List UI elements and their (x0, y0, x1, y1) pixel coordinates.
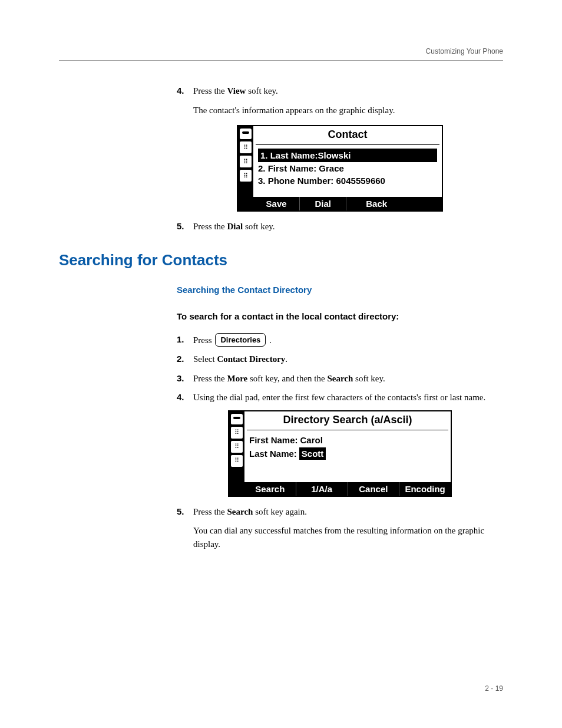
grid-icon: ⠿ (240, 170, 252, 182)
step-a5: 5. Press the Dial soft key. (177, 220, 503, 233)
phone-screen-title: Directory Search (a/Ascii) (247, 411, 448, 430)
body-content: 4. Press the View soft key. The contact'… (177, 84, 503, 233)
grid-icon: ⠿ (231, 441, 243, 453)
step-number: 4. (177, 391, 193, 404)
handset-icon (231, 414, 243, 424)
text: Press the (193, 374, 227, 383)
text: Press (193, 335, 214, 345)
text: . (285, 354, 287, 364)
section-heading: Searching for Contacts (59, 251, 503, 269)
softkey-name: Search (327, 374, 353, 383)
phone-sidebar: ⠿ ⠿ ⠿ (238, 126, 253, 210)
phone-screen-content: 1. Last Name:Slowski 2. First Name: Grac… (253, 145, 442, 197)
text: Select (193, 354, 217, 364)
first-name-value: Carol (300, 434, 323, 446)
text: soft key, and then the (247, 374, 327, 383)
first-name-label: First Name: (249, 434, 298, 446)
section-body: Searching the Contact Directory To searc… (177, 285, 503, 551)
menu-name: Contact Directory (217, 354, 285, 364)
header-rule (59, 60, 503, 61)
grid-icon: ⠿ (231, 427, 243, 439)
softkey-cancel[interactable]: Cancel (348, 482, 400, 496)
text: soft key. (246, 86, 277, 95)
softkey-back[interactable]: Back (346, 197, 406, 210)
phone-sidebar: ⠿ ⠿ ⠿ (229, 411, 244, 496)
step-text: Press the Search soft key again. (193, 505, 503, 519)
last-name-label: Last Name: (249, 447, 297, 460)
step-b5: 5. Press the Search soft key again. (177, 505, 503, 519)
step-number: 1. (177, 333, 193, 347)
first-name-row: First Name: Carol (249, 434, 446, 446)
softkey-name: Dial (227, 222, 243, 231)
softkey-name: View (227, 86, 246, 95)
softkey-encoding[interactable]: Encoding (399, 482, 451, 496)
step-text: Press the View soft key. (193, 84, 503, 98)
step-text: Using the dial pad, enter the first few … (193, 391, 503, 404)
phone-screen-title: Contact (256, 126, 439, 145)
text: soft key again. (253, 507, 307, 516)
text: soft key. (243, 222, 275, 231)
procedure-lead: To search for a contact in the local con… (177, 311, 503, 321)
step-a4: 4. Press the View soft key. (177, 84, 503, 98)
last-name-value: Scott (299, 447, 326, 460)
step-number: 4. (177, 84, 193, 98)
step-text: Press Directories . (193, 333, 503, 347)
softkey-search[interactable]: Search (244, 482, 296, 496)
softkey-row: Search 1/A/a Cancel Encoding (244, 482, 451, 496)
contact-line: 3. Phone Number: 6045559660 (258, 174, 437, 187)
step-follow: You can dial any successful matches from… (193, 524, 503, 551)
chapter-header: Customizing Your Phone (59, 47, 503, 55)
step-number: 5. (177, 505, 193, 519)
phone-main: Directory Search (a/Ascii) First Name: C… (244, 411, 451, 496)
text: Press the (193, 86, 227, 95)
text: Press the (193, 222, 227, 231)
step-follow: The contact's information appears on the… (193, 104, 503, 117)
phone-screen-contact-wrap: ⠿ ⠿ ⠿ Contact 1. Last Name:Slowski 2. Fi… (177, 125, 503, 212)
handset-icon (240, 129, 252, 139)
step-number: 2. (177, 353, 193, 366)
step-number: 3. (177, 372, 193, 386)
step-b1: 1. Press Directories . (177, 333, 503, 347)
text: Press the (193, 507, 227, 516)
page-number: 2 - 19 (485, 684, 503, 693)
last-name-row: Last Name: Scott (249, 447, 446, 460)
text: . (267, 335, 272, 345)
phone-screen-search-wrap: ⠿ ⠿ ⠿ Directory Search (a/Ascii) First N… (177, 410, 503, 497)
step-text: Press the Dial soft key. (193, 220, 503, 233)
phone-screen-contact: ⠿ ⠿ ⠿ Contact 1. Last Name:Slowski 2. Fi… (237, 125, 443, 212)
softkey-dial[interactable]: Dial (300, 197, 346, 210)
grid-icon: ⠿ (240, 141, 252, 153)
step-b2: 2. Select Contact Directory. (177, 353, 503, 366)
phone-screen-search: ⠿ ⠿ ⠿ Directory Search (a/Ascii) First N… (228, 410, 452, 497)
softkey-save[interactable]: Save (253, 197, 300, 210)
softkey-row: Save Dial Back (253, 197, 442, 210)
grid-icon: ⠿ (240, 156, 252, 167)
sub-heading: Searching the Contact Directory (177, 285, 503, 295)
step-b4: 4. Using the dial pad, enter the first f… (177, 391, 503, 404)
text: soft key. (353, 374, 385, 383)
phone-screen-content: First Name: Carol Last Name: Scott (244, 430, 451, 482)
softkey-name: Search (227, 507, 253, 516)
directories-key: Directories (215, 333, 266, 347)
softkey-name: More (227, 374, 248, 383)
step-text: Select Contact Directory. (193, 353, 503, 366)
step-number: 5. (177, 220, 193, 233)
step-b3: 3. Press the More soft key, and then the… (177, 372, 503, 386)
grid-icon: ⠿ (231, 455, 243, 467)
contact-line-selected: 1. Last Name:Slowski (258, 149, 437, 162)
phone-main: Contact 1. Last Name:Slowski 2. First Na… (253, 126, 442, 210)
softkey-mode[interactable]: 1/A/a (296, 482, 348, 496)
contact-line: 2. First Name: Grace (258, 162, 437, 174)
step-text: Press the More soft key, and then the Se… (193, 372, 503, 386)
